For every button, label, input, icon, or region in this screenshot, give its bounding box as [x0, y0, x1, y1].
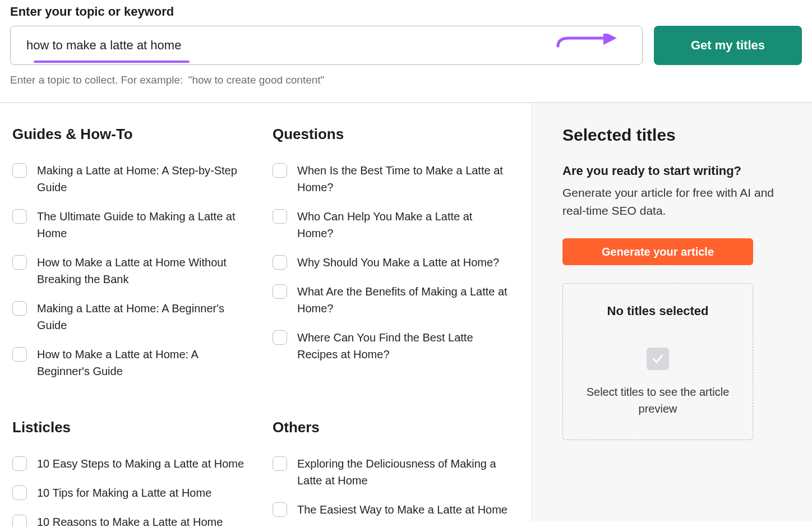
- empty-state-heading: No titles selected: [580, 304, 736, 318]
- title-checkbox[interactable]: [12, 486, 27, 500]
- title-item: 10 Tips for Making a Latte at Home: [12, 484, 261, 501]
- title-text: Exploring the Deliciousness of Making a …: [297, 455, 510, 489]
- title-checkbox[interactable]: [12, 347, 27, 362]
- hint-row: Enter a topic to collect. For example: "…: [10, 74, 802, 86]
- title-item: The Ultimate Guide to Making a Latte at …: [12, 208, 261, 242]
- title-checkbox[interactable]: [12, 515, 27, 527]
- title-text: 10 Easy Steps to Making a Latte at Home: [37, 455, 244, 472]
- sidebar-subheading: Are you ready to start writing?: [562, 164, 781, 178]
- title-text: The Easiest Way to Make a Latte at Home: [297, 501, 507, 518]
- title-item: Making a Latte at Home: A Beginner's Gui…: [12, 300, 261, 334]
- get-titles-button[interactable]: Get my titles: [654, 26, 802, 65]
- topic-label: Enter your topic or keyword: [10, 4, 802, 19]
- topic-input[interactable]: [10, 26, 643, 65]
- header: Enter your topic or keyword Get my title…: [0, 0, 812, 103]
- title-text: What Are the Benefits of Making a Latte …: [297, 283, 510, 317]
- title-item: When Is the Best Time to Make a Latte at…: [273, 162, 522, 196]
- title-item: Exploring the Deliciousness of Making a …: [273, 455, 522, 489]
- title-text: The Ultimate Guide to Making a Latte at …: [37, 208, 250, 242]
- generate-article-button[interactable]: Generate your article: [562, 238, 753, 265]
- category: OthersExploring the Deliciousness of Mak…: [273, 419, 522, 527]
- title-text: 10 Reasons to Make a Latte at Home: [37, 514, 223, 527]
- title-item: Making a Latte at Home: A Step-by-Step G…: [12, 162, 261, 196]
- title-checkbox[interactable]: [273, 456, 287, 471]
- title-item: 10 Easy Steps to Making a Latte at Home: [12, 455, 261, 472]
- title-checkbox[interactable]: [12, 163, 27, 178]
- title-item: Where Can You Find the Best Latte Recipe…: [273, 329, 522, 363]
- title-item: How to Make a Latte at Home: A Beginner'…: [12, 346, 261, 380]
- title-item: Why Should You Make a Latte at Home?: [273, 254, 522, 271]
- title-checkbox[interactable]: [12, 456, 27, 471]
- category: Guides & How-ToMaking a Latte at Home: A…: [12, 126, 261, 392]
- title-text: Making a Latte at Home: A Step-by-Step G…: [37, 162, 250, 196]
- title-checkbox[interactable]: [273, 502, 287, 517]
- title-text: Why Should You Make a Latte at Home?: [297, 254, 499, 271]
- title-checkbox[interactable]: [12, 209, 27, 224]
- title-item: How to Make a Latte at Home Without Brea…: [12, 254, 261, 288]
- category-heading: Listicles: [12, 419, 261, 436]
- title-item: What Are the Benefits of Making a Latte …: [273, 283, 522, 317]
- title-text: How to Make a Latte at Home Without Brea…: [37, 254, 250, 288]
- title-item: 10 Reasons to Make a Latte at Home: [12, 514, 261, 527]
- search-row: Get my titles: [10, 26, 802, 65]
- highlight-underline: [34, 61, 190, 63]
- empty-state-hint: Select titles to see the article preview: [580, 383, 736, 417]
- sidebar-heading: Selected titles: [562, 126, 781, 145]
- title-text: Making a Latte at Home: A Beginner's Gui…: [37, 300, 250, 334]
- category-heading: Others: [273, 419, 522, 436]
- title-checkbox[interactable]: [12, 301, 27, 316]
- check-icon: [647, 348, 669, 370]
- title-item: Who Can Help You Make a Latte at Home?: [273, 208, 522, 242]
- sidebar: Selected titles Are you ready to start w…: [532, 103, 812, 521]
- empty-state-box: No titles selected Select titles to see …: [562, 283, 753, 440]
- category: QuestionsWhen Is the Best Time to Make a…: [273, 126, 522, 392]
- main: Guides & How-ToMaking a Latte at Home: A…: [0, 103, 812, 521]
- titles-area: Guides & How-ToMaking a Latte at Home: A…: [0, 103, 532, 521]
- title-text: 10 Tips for Making a Latte at Home: [37, 484, 211, 501]
- hint-prefix: Enter a topic to collect. For example:: [10, 74, 183, 86]
- title-text: Where Can You Find the Best Latte Recipe…: [297, 329, 510, 363]
- title-checkbox[interactable]: [12, 255, 27, 270]
- title-checkbox[interactable]: [273, 255, 287, 270]
- hint-example: "how to create good content": [188, 74, 325, 86]
- title-item: The Easiest Way to Make a Latte at Home: [273, 501, 522, 518]
- category-heading: Guides & How-To: [12, 126, 261, 143]
- category: Listicles10 Easy Steps to Making a Latte…: [12, 419, 261, 527]
- title-text: When Is the Best Time to Make a Latte at…: [297, 162, 510, 196]
- title-text: How to Make a Latte at Home: A Beginner'…: [37, 346, 250, 380]
- title-checkbox[interactable]: [273, 284, 287, 299]
- category-heading: Questions: [273, 126, 522, 143]
- title-checkbox[interactable]: [273, 209, 287, 224]
- title-text: Who Can Help You Make a Latte at Home?: [297, 208, 510, 242]
- title-checkbox[interactable]: [273, 163, 287, 178]
- title-checkbox[interactable]: [273, 330, 287, 345]
- sidebar-text: Generate your article for free with AI a…: [562, 184, 781, 219]
